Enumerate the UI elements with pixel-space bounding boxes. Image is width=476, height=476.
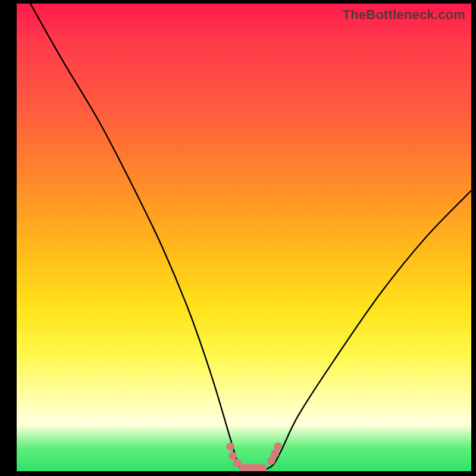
curve-marker-dot (228, 452, 237, 460)
bottleneck-curve-svg (17, 4, 471, 471)
curve-flat-bar (239, 464, 267, 471)
chart-plot-area: TheBottleneck.com (17, 4, 471, 471)
curve-markers (226, 443, 282, 471)
bottleneck-curve-path (30, 4, 471, 471)
curve-marker-dot (274, 443, 282, 451)
curve-marker-dot (226, 443, 234, 451)
